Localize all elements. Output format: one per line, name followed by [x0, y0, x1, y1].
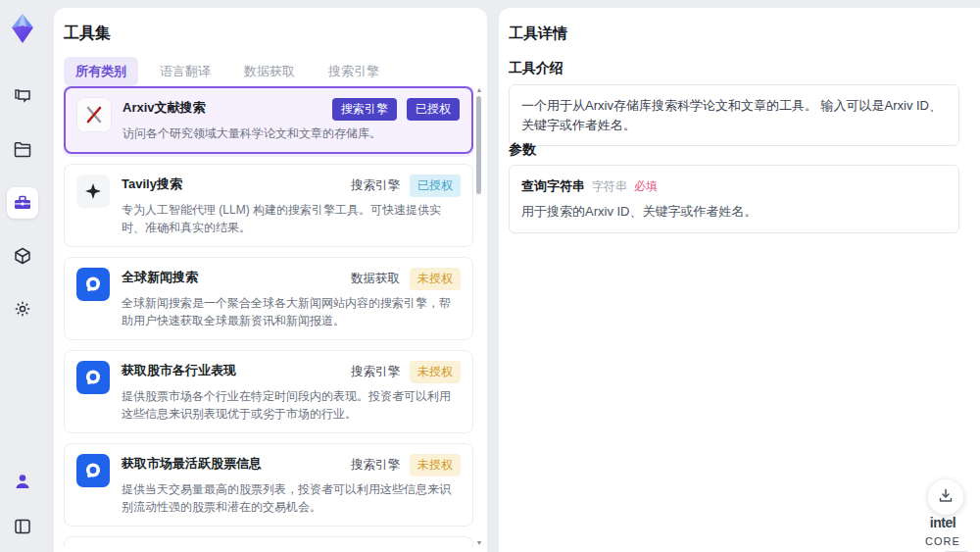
- tool-card-active-stocks[interactable]: 获取市场最活跃股票信息 搜索引擎 未授权 提供当天交易量最高的股票列表，投资者可…: [64, 443, 473, 527]
- sidebar-item-toolbox[interactable]: [7, 187, 38, 219]
- tool-name: Tavily搜索: [122, 175, 182, 193]
- sidebar-item-chat[interactable]: [7, 81, 38, 113]
- status-badge: 已授权: [407, 98, 460, 121]
- tool-card-tavily[interactable]: Tavily搜索 搜索引擎 已授权 专为人工智能代理 (LLM) 构建的搜索引擎…: [64, 164, 473, 247]
- category-tabs: 所有类别 语言翻译 数据获取 搜索引擎: [64, 57, 391, 86]
- tool-name: 全球新闻搜索: [122, 268, 198, 286]
- sidebar-item-settings[interactable]: [7, 293, 38, 325]
- scroll-up-icon[interactable]: ▲: [475, 86, 483, 94]
- brand-core: CORE: [925, 535, 960, 547]
- param-name: 查询字符串: [521, 177, 585, 195]
- tool-name: Arxiv文献搜索: [122, 98, 206, 117]
- scrollbar-thumb[interactable]: [476, 96, 481, 194]
- download-icon: [937, 486, 955, 508]
- list-scrollbar[interactable]: ▲ ▼: [475, 86, 483, 547]
- gear-icon: [13, 299, 32, 319]
- intro-text-box: 一个用于从Arxiv存储库搜索科学论文和文章的工具。 输入可以是Arxiv ID…: [509, 84, 959, 146]
- tool-name: 获取市场最活跃股票信息: [122, 454, 262, 473]
- parameter-card: 查询字符串 字符串 必填 用于搜索的Arxiv ID、关键字或作者姓名。: [509, 165, 959, 233]
- tool-list: Arxiv文献搜索 搜索引擎 已授权 访问各个研究领域大量科学论文和文章的存储库…: [64, 86, 473, 547]
- chat-icon: [13, 87, 32, 107]
- tool-description: 访问各个研究领域大量科学论文和文章的存储库。: [122, 125, 460, 142]
- category-label: 搜索引擎: [351, 364, 400, 380]
- tool-description: 全球新闻搜索是一个聚合全球各大新闻网站内容的搜索引擎，帮助用户快速获取全球最新资…: [122, 294, 461, 329]
- app-rail: [0, 0, 44, 552]
- arxiv-icon: [77, 98, 111, 131]
- tab-data-fetching[interactable]: 数据获取: [232, 57, 307, 86]
- params-heading: 参数: [509, 141, 536, 159]
- tool-description: 提供当天交易量最高的股票列表，投资者可以利用这些信息来识别流动性强的股票和潜在的…: [122, 480, 461, 516]
- sidebar-item-packages[interactable]: [7, 240, 38, 272]
- status-badge: 未授权: [410, 454, 461, 477]
- intel-core-logo: intel CORE: [911, 514, 974, 552]
- tool-card-global-news[interactable]: 全球新闻搜索 数据获取 未授权 全球新闻搜索是一个聚合全球各大新闻网站内容的搜索…: [64, 257, 473, 340]
- stock-search-icon: [76, 361, 110, 394]
- news-search-icon: [76, 268, 110, 301]
- details-title: 工具详情: [509, 25, 567, 43]
- tool-details-panel: 工具详情 工具介绍 一个用于从Arxiv存储库搜索科学论文和文章的工具。 输入可…: [499, 8, 980, 552]
- status-badge: 未授权: [410, 268, 461, 290]
- param-description: 用于搜索的Arxiv ID、关键字或作者姓名。: [521, 203, 947, 221]
- sidebar-item-layout[interactable]: [7, 511, 38, 542]
- tool-card-sector-performance[interactable]: 获取股市各行业表现 搜索引擎 未授权 提供股票市场各个行业在特定时间段内的表现。…: [64, 350, 473, 433]
- category-label: 数据获取: [351, 271, 400, 287]
- intro-heading: 工具介绍: [509, 60, 564, 77]
- tool-name: 获取股市各行业表现: [122, 361, 236, 379]
- layout-icon: [13, 517, 32, 536]
- tab-all-categories[interactable]: 所有类别: [64, 57, 138, 86]
- tool-collection-panel: 工具集 所有类别 语言翻译 数据获取 搜索引擎 Arxiv文献搜索 搜索引擎 已…: [54, 8, 487, 552]
- page-title: 工具集: [64, 24, 111, 44]
- category-badge: 搜索引擎: [332, 98, 397, 121]
- status-badge: 已授权: [410, 175, 461, 197]
- toolbox-icon: [13, 193, 32, 213]
- category-label: 搜索引擎: [351, 177, 400, 194]
- tab-search-engine[interactable]: 搜索引擎: [317, 57, 391, 86]
- tool-description: 专为人工智能代理 (LLM) 构建的搜索引擎工具。可快速提供实时、准确和真实的结…: [122, 201, 461, 236]
- scroll-down-icon[interactable]: ▼: [475, 539, 483, 547]
- tool-description: 提供股票市场各个行业在特定时间段内的表现。投资者可以利用这些信息来识别表现优于或…: [122, 387, 461, 423]
- status-badge: 未授权: [410, 361, 461, 383]
- folder-icon: [13, 140, 32, 160]
- sidebar-item-files[interactable]: [7, 134, 38, 166]
- category-label: 搜索引擎: [351, 457, 400, 474]
- cube-icon: [13, 246, 32, 266]
- brand-intel: intel: [930, 515, 956, 530]
- tavily-icon: [76, 175, 110, 208]
- stock-search-icon: [76, 454, 110, 487]
- sidebar-item-account[interactable]: [7, 466, 38, 497]
- tool-card-regional-news[interactable]: 万维地区新闻查询 搜索引擎 未授权 查询具体行政区划内的新闻，快速了解各地新闻动…: [64, 536, 473, 547]
- tab-language-translation[interactable]: 语言翻译: [148, 57, 222, 86]
- download-button[interactable]: [928, 479, 963, 515]
- tool-card-arxiv[interactable]: Arxiv文献搜索 搜索引擎 已授权 访问各个研究领域大量科学论文和文章的存储库…: [64, 86, 473, 154]
- app-logo-icon: [8, 13, 37, 44]
- user-icon: [13, 472, 32, 491]
- param-type: 字符串: [592, 178, 627, 195]
- param-required-flag: 必填: [634, 178, 658, 195]
